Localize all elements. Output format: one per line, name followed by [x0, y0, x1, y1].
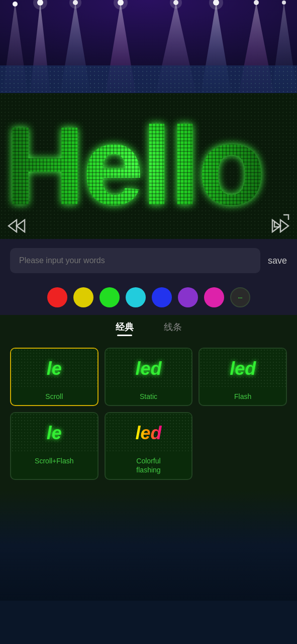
- bottom-area: [0, 490, 297, 601]
- color-pink[interactable]: [204, 287, 224, 307]
- anim-card-static[interactable]: led Static: [105, 348, 193, 406]
- anim-preview-scroll-flash: le: [11, 413, 97, 453]
- anim-label-scroll: Scroll: [43, 389, 65, 405]
- preview-text-scroll-flash: le: [47, 423, 62, 444]
- anim-card-colorful[interactable]: led Colorful flashing: [105, 412, 193, 479]
- expand-button[interactable]: [273, 214, 289, 228]
- tab-classic[interactable]: 经典: [116, 321, 134, 336]
- svg-marker-24: [17, 220, 25, 232]
- svg-point-15: [254, 0, 259, 5]
- preview-text-scroll: le: [47, 358, 62, 379]
- color-cyan[interactable]: [126, 287, 146, 307]
- preview-text-colorful: led: [135, 423, 161, 444]
- led-controls: [0, 219, 297, 233]
- anim-card-scroll[interactable]: le Scroll: [10, 348, 98, 406]
- anim-preview-flash: led: [200, 349, 286, 389]
- rewind-button[interactable]: [8, 219, 26, 233]
- color-yellow[interactable]: [73, 287, 93, 307]
- text-input[interactable]: [10, 248, 260, 273]
- tab-lines[interactable]: 线条: [164, 321, 182, 336]
- curtain-dots: [0, 65, 297, 93]
- input-area: save: [0, 239, 297, 282]
- anim-card-flash[interactable]: led Flash: [199, 348, 287, 406]
- led-text-container: Hello: [0, 101, 297, 231]
- color-red[interactable]: [47, 287, 67, 307]
- preview-text-static: led: [135, 358, 161, 379]
- more-dots-icon: ···: [238, 293, 242, 301]
- tabs-area: 经典 线条: [0, 315, 297, 340]
- color-more[interactable]: ···: [230, 287, 250, 307]
- color-selector: ···: [0, 282, 297, 315]
- color-purple[interactable]: [178, 287, 198, 307]
- preview-text-flash: led: [230, 358, 256, 379]
- anim-label-flash: Flash: [232, 389, 254, 405]
- rewind-icon: [8, 219, 26, 233]
- led-display: Hello: [0, 93, 297, 239]
- color-blue[interactable]: [152, 287, 172, 307]
- expand-icon: [273, 214, 289, 228]
- svg-point-9: [13, 2, 18, 7]
- anim-preview-static: led: [106, 349, 192, 389]
- anim-label-static: Static: [137, 389, 160, 405]
- led-text: Hello: [5, 111, 263, 221]
- anim-card-scroll-flash[interactable]: le Scroll+Flash: [10, 412, 98, 479]
- save-button[interactable]: save: [268, 256, 287, 266]
- color-green[interactable]: [100, 287, 120, 307]
- anim-preview-colorful: led: [106, 413, 192, 453]
- svg-point-16: [282, 1, 286, 5]
- tabs-row: 经典 线条: [0, 321, 297, 340]
- anim-label-scroll-flash: Scroll+Flash: [32, 453, 76, 469]
- animation-grid: le Scroll led Static led Flash le Scroll…: [0, 340, 297, 490]
- anim-preview-scroll: le: [11, 349, 97, 389]
- stage-header: [0, 0, 297, 93]
- anim-label-colorful: Colorful flashing: [134, 453, 163, 478]
- svg-marker-23: [9, 220, 17, 232]
